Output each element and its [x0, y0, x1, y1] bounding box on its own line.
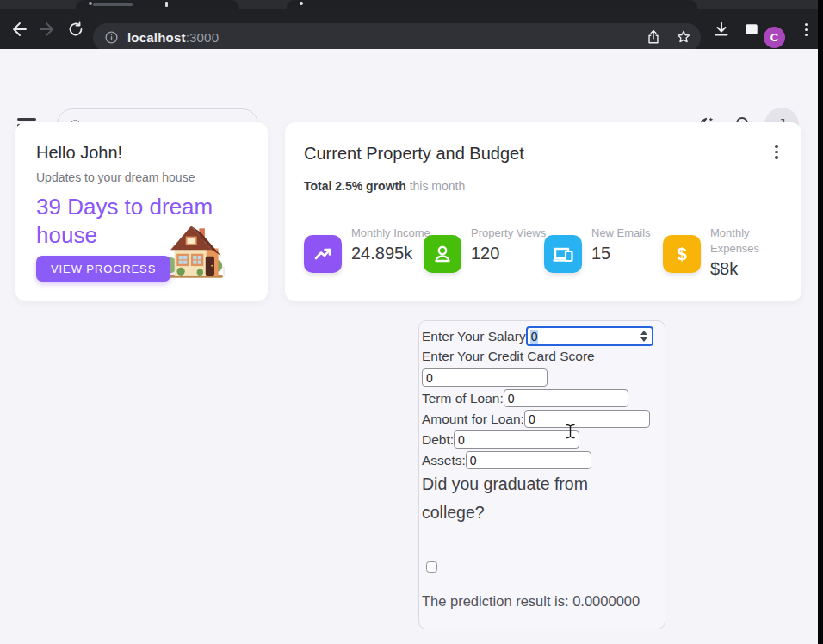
url-bar[interactable]: localhost:3000 [93, 23, 701, 52]
share-icon [646, 29, 661, 45]
reload-icon [67, 21, 84, 38]
term-input[interactable] [504, 389, 628, 407]
new-emails-icon-tile [544, 235, 582, 273]
bookmark-button[interactable] [674, 28, 693, 46]
monthly-income-icon-tile [304, 235, 342, 273]
browser-profile-avatar[interactable]: C [764, 27, 785, 48]
graduate-checkbox[interactable] [426, 561, 437, 573]
stat-value: $8k [710, 259, 789, 279]
monthly-expenses-icon-tile: $ [663, 235, 701, 273]
stat-label: New Emails [591, 226, 671, 241]
credit-input-row [422, 368, 548, 387]
salary-input[interactable]: 0 [526, 326, 653, 346]
stat-new-emails: New Emails 15 [591, 226, 671, 263]
url-port: :3000 [186, 30, 220, 45]
tab-strip [0, 0, 818, 9]
reload-button[interactable] [65, 19, 86, 40]
browser-menu-button[interactable] [795, 19, 816, 40]
stat-monthly-income: Monthly Income 24.895k [351, 226, 430, 263]
share-button[interactable] [644, 28, 663, 46]
stat-property-views: Property Views 120 [471, 226, 550, 263]
credit-score-input[interactable] [422, 368, 548, 387]
credit-label-row: Enter Your Credit Card Score [422, 349, 595, 364]
download-icon [713, 21, 730, 38]
stat-label: Monthly Income [351, 226, 430, 241]
assets-label: Assets: [422, 453, 466, 468]
side-panel-button[interactable] [741, 19, 762, 40]
growth-summary: Total 2.5% growth this month [304, 179, 465, 193]
property-views-icon-tile [424, 235, 461, 273]
credit-score-label: Enter Your Credit Card Score [422, 349, 595, 364]
house-illustration [161, 220, 225, 286]
stat-value: 24.895k [351, 244, 430, 263]
growth-bold: Total 2.5% growth [304, 179, 406, 193]
card-menu-button[interactable] [775, 145, 778, 159]
amount-input[interactable] [524, 410, 650, 428]
kebab-menu-icon [805, 23, 808, 36]
stat-label: Property Views [471, 226, 550, 241]
prediction-form: Enter Your Salary 0 Enter Your Credit Ca… [418, 320, 665, 629]
stat-value: 15 [591, 244, 671, 263]
hello-title: Hello John! [36, 143, 122, 163]
tab-favicon [300, 2, 303, 5]
tab-title-clipped [93, 3, 133, 6]
person-icon [431, 243, 454, 265]
stat-monthly-expenses: Monthly Expenses $8k [710, 226, 789, 279]
download-button[interactable] [711, 19, 732, 40]
salary-row: Enter Your Salary 0 [422, 326, 653, 346]
number-stepper[interactable] [640, 331, 647, 342]
browser-window: localhost:3000 C [0, 0, 823, 644]
amount-label: Amount for Loan: [422, 412, 524, 427]
stat-value: 120 [471, 244, 550, 263]
prediction-result: The prediction result is: 0.0000000 [422, 593, 640, 610]
debt-label: Debt: [422, 432, 454, 448]
salary-label: Enter Your Salary [422, 329, 526, 344]
growth-rest: this month [406, 179, 465, 193]
stat-label: Monthly Expenses [710, 226, 789, 257]
tab-title-glyph [165, 2, 168, 7]
assets-input[interactable] [466, 451, 591, 469]
salary-value-selected: 0 [530, 330, 539, 344]
star-icon [676, 29, 691, 45]
forward-arrow-icon [39, 21, 56, 38]
hello-card: Hello John! Updates to your dream house … [15, 122, 268, 301]
trending-up-icon [312, 243, 334, 265]
devices-icon [551, 242, 575, 266]
tab-favicon [89, 2, 92, 5]
assets-row: Assets: [422, 451, 591, 469]
browser-tab[interactable] [76, 0, 239, 9]
hello-subtitle: Updates to your dream house [36, 170, 195, 184]
ibeam-cursor [565, 424, 576, 439]
back-arrow-icon [10, 21, 28, 38]
back-button[interactable] [9, 19, 29, 40]
browser-tab-active[interactable] [287, 0, 697, 9]
budget-card: Current Property and Budget Total 2.5% g… [285, 122, 801, 301]
term-row: Term of Loan: [422, 389, 628, 407]
graduate-question: Did you graduate from college? [422, 470, 630, 527]
url-host: localhost [127, 30, 186, 45]
site-info-icon[interactable] [104, 30, 119, 45]
debt-input[interactable] [454, 430, 579, 449]
app-content: J Hello John! Updates to your dream hous… [0, 49, 818, 644]
dollar-icon: $ [677, 244, 687, 264]
screen-edge [818, 0, 823, 644]
budget-card-title: Current Property and Budget [304, 144, 524, 164]
browser-toolbar: localhost:3000 C [0, 9, 818, 49]
forward-button[interactable] [37, 19, 58, 40]
debt-row: Debt: [422, 430, 579, 449]
url-text: localhost:3000 [127, 30, 219, 45]
amount-row: Amount for Loan: [422, 410, 650, 428]
view-progress-button[interactable]: VIEW PROGRESS [36, 256, 170, 282]
side-panel-icon [744, 22, 759, 37]
term-label: Term of Loan: [422, 391, 504, 406]
